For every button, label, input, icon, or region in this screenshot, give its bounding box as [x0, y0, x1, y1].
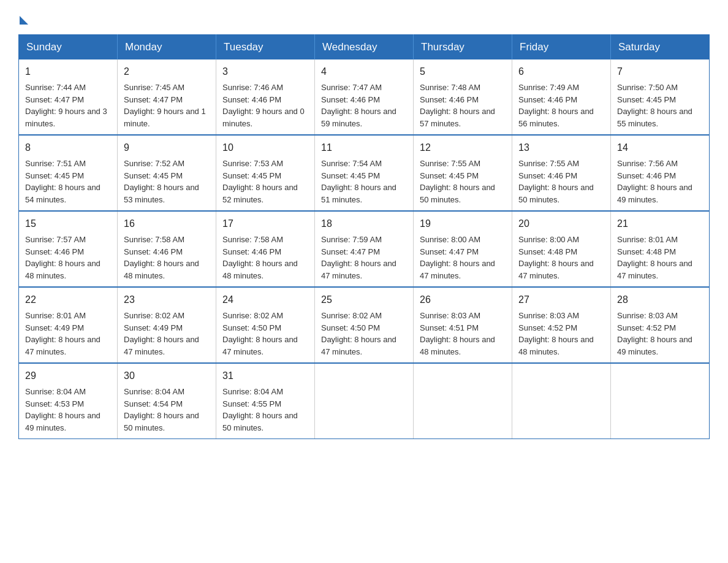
day-number: 9 [124, 140, 210, 155]
day-number: 11 [321, 140, 407, 155]
day-number: 17 [222, 216, 308, 231]
day-info: Sunrise: 8:01 AMSunset: 4:49 PMDaylight:… [25, 311, 100, 356]
day-info: Sunrise: 8:04 AMSunset: 4:53 PMDaylight:… [25, 387, 100, 432]
day-number: 19 [420, 216, 506, 231]
calendar-body: 1Sunrise: 7:44 AMSunset: 4:47 PMDaylight… [19, 59, 710, 439]
calendar-header-monday: Monday [118, 35, 216, 60]
day-number: 14 [617, 140, 703, 155]
day-info: Sunrise: 7:46 AMSunset: 4:46 PMDaylight:… [222, 83, 305, 128]
calendar-header-wednesday: Wednesday [315, 35, 414, 60]
calendar-cell: 8Sunrise: 7:51 AMSunset: 4:45 PMDaylight… [19, 135, 118, 211]
day-info: Sunrise: 7:48 AMSunset: 4:46 PMDaylight:… [420, 83, 495, 128]
day-info: Sunrise: 8:02 AMSunset: 4:50 PMDaylight:… [321, 311, 396, 356]
calendar-cell: 12Sunrise: 7:55 AMSunset: 4:45 PMDayligh… [414, 135, 512, 211]
calendar-cell: 23Sunrise: 8:02 AMSunset: 4:49 PMDayligh… [118, 287, 216, 363]
calendar-week-row: 15Sunrise: 7:57 AMSunset: 4:46 PMDayligh… [19, 211, 710, 287]
calendar-week-row: 1Sunrise: 7:44 AMSunset: 4:47 PMDaylight… [19, 59, 710, 135]
page-header [18, 12, 710, 22]
calendar-header-saturday: Saturday [611, 35, 710, 60]
day-number: 7 [617, 64, 703, 79]
calendar-header-sunday: Sunday [19, 35, 118, 60]
calendar-cell: 19Sunrise: 8:00 AMSunset: 4:47 PMDayligh… [414, 211, 512, 287]
calendar-week-row: 8Sunrise: 7:51 AMSunset: 4:45 PMDaylight… [19, 135, 710, 211]
day-info: Sunrise: 7:58 AMSunset: 4:46 PMDaylight:… [124, 235, 199, 280]
day-info: Sunrise: 7:56 AMSunset: 4:46 PMDaylight:… [617, 159, 692, 204]
calendar-cell: 4Sunrise: 7:47 AMSunset: 4:46 PMDaylight… [315, 59, 414, 135]
day-info: Sunrise: 7:51 AMSunset: 4:45 PMDaylight:… [25, 159, 100, 204]
day-number: 1 [25, 64, 111, 79]
calendar-week-row: 29Sunrise: 8:04 AMSunset: 4:53 PMDayligh… [19, 363, 710, 439]
calendar-cell: 31Sunrise: 8:04 AMSunset: 4:55 PMDayligh… [216, 363, 315, 439]
calendar-cell: 27Sunrise: 8:03 AMSunset: 4:52 PMDayligh… [512, 287, 611, 363]
day-info: Sunrise: 7:58 AMSunset: 4:46 PMDaylight:… [222, 235, 298, 280]
calendar-cell: 7Sunrise: 7:50 AMSunset: 4:45 PMDaylight… [611, 59, 710, 135]
day-info: Sunrise: 7:52 AMSunset: 4:45 PMDaylight:… [124, 159, 199, 204]
calendar-cell: 24Sunrise: 8:02 AMSunset: 4:50 PMDayligh… [216, 287, 315, 363]
calendar-cell: 25Sunrise: 8:02 AMSunset: 4:50 PMDayligh… [315, 287, 414, 363]
day-number: 29 [25, 369, 111, 383]
day-number: 2 [124, 64, 210, 79]
calendar-cell: 22Sunrise: 8:01 AMSunset: 4:49 PMDayligh… [19, 287, 118, 363]
day-number: 27 [518, 293, 604, 307]
day-number: 21 [617, 216, 703, 231]
day-info: Sunrise: 7:50 AMSunset: 4:45 PMDaylight:… [617, 83, 692, 128]
day-info: Sunrise: 7:47 AMSunset: 4:46 PMDaylight:… [321, 83, 396, 128]
day-number: 13 [518, 140, 604, 155]
calendar-cell: 26Sunrise: 8:03 AMSunset: 4:51 PMDayligh… [414, 287, 512, 363]
calendar-cell: 2Sunrise: 7:45 AMSunset: 4:47 PMDaylight… [118, 59, 216, 135]
calendar-cell: 1Sunrise: 7:44 AMSunset: 4:47 PMDaylight… [19, 59, 118, 135]
calendar-cell: 9Sunrise: 7:52 AMSunset: 4:45 PMDaylight… [118, 135, 216, 211]
day-number: 10 [222, 140, 308, 155]
day-info: Sunrise: 8:03 AMSunset: 4:52 PMDaylight:… [617, 311, 692, 356]
day-info: Sunrise: 7:54 AMSunset: 4:45 PMDaylight:… [321, 159, 396, 204]
calendar-header-friday: Friday [512, 35, 611, 60]
calendar-cell [315, 363, 414, 439]
day-info: Sunrise: 7:44 AMSunset: 4:47 PMDaylight:… [25, 83, 107, 128]
calendar-cell: 11Sunrise: 7:54 AMSunset: 4:45 PMDayligh… [315, 135, 414, 211]
day-number: 28 [617, 293, 703, 307]
calendar-cell: 29Sunrise: 8:04 AMSunset: 4:53 PMDayligh… [19, 363, 118, 439]
day-info: Sunrise: 7:55 AMSunset: 4:46 PMDaylight:… [518, 159, 594, 204]
day-number: 24 [222, 293, 308, 307]
logo [18, 12, 28, 22]
day-number: 30 [124, 369, 210, 383]
day-info: Sunrise: 8:02 AMSunset: 4:50 PMDaylight:… [222, 311, 298, 356]
day-info: Sunrise: 7:53 AMSunset: 4:45 PMDaylight:… [222, 159, 298, 204]
day-info: Sunrise: 8:00 AMSunset: 4:48 PMDaylight:… [518, 235, 594, 280]
day-info: Sunrise: 8:01 AMSunset: 4:48 PMDaylight:… [617, 235, 692, 280]
day-info: Sunrise: 7:59 AMSunset: 4:47 PMDaylight:… [321, 235, 396, 280]
day-number: 8 [25, 140, 111, 155]
day-number: 5 [420, 64, 506, 79]
calendar-cell: 20Sunrise: 8:00 AMSunset: 4:48 PMDayligh… [512, 211, 611, 287]
day-number: 20 [518, 216, 604, 231]
day-number: 12 [420, 140, 506, 155]
day-info: Sunrise: 8:04 AMSunset: 4:55 PMDaylight:… [222, 387, 298, 432]
day-info: Sunrise: 7:45 AMSunset: 4:47 PMDaylight:… [124, 83, 206, 128]
calendar-header-row: SundayMondayTuesdayWednesdayThursdayFrid… [19, 35, 710, 60]
day-info: Sunrise: 8:00 AMSunset: 4:47 PMDaylight:… [420, 235, 495, 280]
day-number: 3 [222, 64, 308, 79]
day-number: 16 [124, 216, 210, 231]
logo-arrow-icon [20, 16, 28, 25]
day-number: 31 [222, 369, 308, 383]
calendar-cell: 3Sunrise: 7:46 AMSunset: 4:46 PMDaylight… [216, 59, 315, 135]
calendar-cell: 18Sunrise: 7:59 AMSunset: 4:47 PMDayligh… [315, 211, 414, 287]
day-number: 25 [321, 293, 407, 307]
day-number: 6 [518, 64, 604, 79]
day-number: 15 [25, 216, 111, 231]
calendar-cell: 6Sunrise: 7:49 AMSunset: 4:46 PMDaylight… [512, 59, 611, 135]
calendar-header-thursday: Thursday [414, 35, 512, 60]
day-info: Sunrise: 7:55 AMSunset: 4:45 PMDaylight:… [420, 159, 495, 204]
calendar-cell [611, 363, 710, 439]
day-number: 18 [321, 216, 407, 231]
day-info: Sunrise: 8:03 AMSunset: 4:52 PMDaylight:… [518, 311, 594, 356]
calendar-cell [414, 363, 512, 439]
calendar-cell: 14Sunrise: 7:56 AMSunset: 4:46 PMDayligh… [611, 135, 710, 211]
calendar-week-row: 22Sunrise: 8:01 AMSunset: 4:49 PMDayligh… [19, 287, 710, 363]
day-number: 23 [124, 293, 210, 307]
calendar-cell: 28Sunrise: 8:03 AMSunset: 4:52 PMDayligh… [611, 287, 710, 363]
calendar-cell: 13Sunrise: 7:55 AMSunset: 4:46 PMDayligh… [512, 135, 611, 211]
day-number: 26 [420, 293, 506, 307]
day-info: Sunrise: 7:57 AMSunset: 4:46 PMDaylight:… [25, 235, 100, 280]
calendar-cell: 17Sunrise: 7:58 AMSunset: 4:46 PMDayligh… [216, 211, 315, 287]
